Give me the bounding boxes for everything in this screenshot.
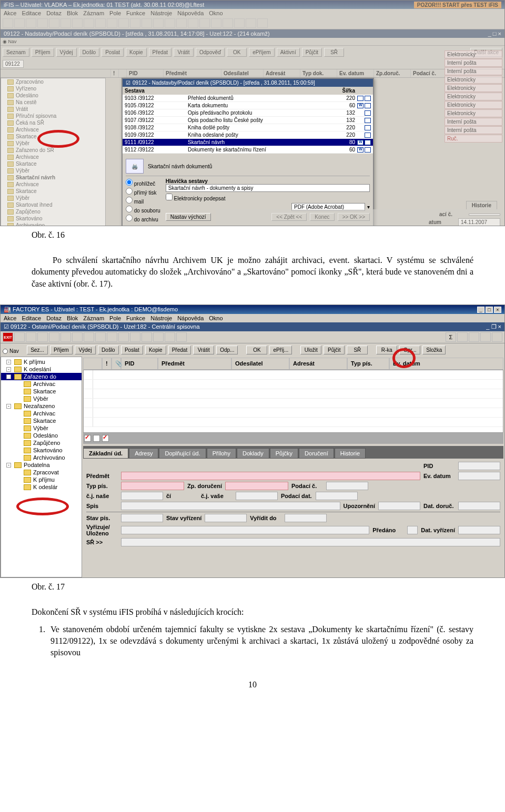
tree-node[interactable]: Zařazeno do SŘ (1, 147, 105, 154)
tree-node[interactable]: Skartace (1, 388, 82, 395)
stavvyriz-field[interactable] (205, 514, 247, 522)
tab-doklady[interactable]: Doklady (237, 448, 269, 459)
tab-doplnujici[interactable]: Doplňující úd. (159, 448, 206, 459)
tab-adresy[interactable]: Adresy (129, 448, 158, 459)
eprijem-button[interactable]: ePříjem (249, 48, 274, 57)
tree-node[interactable]: -K příjmu (1, 358, 82, 366)
tree-node[interactable]: Výběr (1, 195, 105, 201)
tree-node[interactable]: -K odeslání (1, 366, 82, 373)
evdatum-field[interactable] (458, 472, 500, 480)
tree-node[interactable]: Výběr (1, 424, 82, 432)
tab-prilohy[interactable]: Přílohy (207, 448, 236, 459)
report-list[interactable]: 9103 /39122Přehled dokumentů2209105 /391… (123, 95, 373, 154)
seznam-button[interactable]: Seznam (3, 48, 29, 57)
tree-node[interactable]: Archivace (1, 126, 105, 133)
tree-node[interactable]: Archivac (1, 380, 82, 388)
tree-node[interactable]: Skartovat ihned (1, 201, 105, 208)
tree-node[interactable]: Výběr (1, 167, 105, 174)
upozorneni-field[interactable] (378, 502, 420, 510)
vyridit-field[interactable] (285, 514, 327, 522)
tree-node[interactable]: Archivace (1, 154, 105, 160)
predmet-field[interactable] (121, 472, 420, 480)
pid-field[interactable] (458, 462, 500, 470)
tree-node[interactable]: Zapůjčeno (1, 208, 105, 215)
tree-node[interactable]: Skartace (1, 133, 105, 140)
tree-node[interactable]: Archivace (1, 181, 105, 188)
report-row[interactable]: 9106 /39122Opis předávacího protokolu132 (123, 109, 373, 117)
nav-radio[interactable]: ◉ Nav (3, 39, 17, 44)
report-row[interactable]: 9105 /39122Karta dokumentu60 (123, 102, 373, 109)
minimize-icon[interactable]: _ (477, 307, 484, 313)
tree-node[interactable]: K příjmu (1, 476, 82, 483)
sign-checkbox[interactable] (166, 194, 173, 200)
tree-node[interactable]: Vrátit (1, 106, 105, 113)
tree-node[interactable]: Výběr (1, 395, 82, 402)
tree-node[interactable]: -Podatelna (1, 461, 82, 469)
tree-node[interactable]: -Nezařazeno (1, 402, 82, 410)
poslat-button[interactable]: Poslat (102, 48, 124, 57)
opt-prohlizec[interactable] (126, 179, 133, 186)
report-row[interactable]: 9112 /39122Dokumenty ke skartačnímu říze… (123, 146, 373, 154)
tree-node[interactable]: Skartováno (1, 215, 105, 222)
podacidat-field[interactable] (316, 492, 358, 500)
tab-historie[interactable]: Historie (335, 448, 366, 459)
tree-node[interactable]: -Zařazeno do (1, 373, 82, 380)
datvyriz-field[interactable] (458, 526, 500, 534)
cjnase-field[interactable] (121, 492, 163, 500)
tree-node[interactable]: Skartace (1, 417, 82, 424)
slozka-button[interactable]: Složka (422, 346, 446, 354)
sigma-icon[interactable]: Σ (446, 332, 456, 342)
tree-node[interactable]: Zpracováno (1, 78, 105, 85)
odpoved-button[interactable]: Odpověď (196, 48, 225, 57)
hdr-value[interactable]: Skartační návrh - dokumenty a spisy (166, 184, 370, 192)
tree-node[interactable]: Zapůjčeno (1, 439, 82, 446)
main-menu[interactable]: AkceEditaceDotazBlokZáznamPoleFunkceNást… (1, 9, 504, 17)
sez-button[interactable]: Sez... (27, 346, 48, 354)
report-row[interactable]: 9107 /39122Opis podacího listu České poš… (123, 117, 373, 124)
eprij-button[interactable]: ePříj... (269, 346, 292, 354)
ok-button[interactable]: OK (227, 48, 247, 57)
report-row[interactable]: 9103 /39122Přehled dokumentů220 (123, 95, 373, 102)
poslat-button[interactable]: Poslat (121, 346, 143, 354)
ulozit-button[interactable]: Uložit (300, 346, 321, 354)
tab-doruceni[interactable]: Doručení (299, 448, 334, 459)
tree-node[interactable]: K odeslár (1, 483, 82, 491)
opr-button[interactable]: Opr... (399, 346, 420, 354)
default-button[interactable]: Nastav výchozí (166, 213, 211, 221)
folder-tree[interactable]: ZpracovánoVyřízenoOdeslánoNa cestěVrátit… (1, 78, 106, 226)
exit-button[interactable]: EXIT (3, 332, 13, 342)
maximize-icon[interactable]: □ (486, 307, 493, 313)
doslo-button[interactable]: Došlo (79, 48, 100, 57)
prijem-button[interactable]: Příjem (32, 48, 54, 57)
data-grid[interactable] (83, 370, 503, 433)
tab-zakladni[interactable]: Základní úd. (83, 448, 128, 459)
predat-button[interactable]: Předat (168, 346, 191, 354)
tree-node[interactable]: Příruční spisovna (1, 113, 105, 119)
tree-node[interactable]: Odesláno (1, 92, 105, 99)
podacic-field[interactable] (326, 482, 368, 490)
prijem-button[interactable]: Příjem (50, 346, 73, 354)
cjvase-field[interactable] (236, 492, 278, 500)
kopie-button[interactable]: Kopie (145, 346, 166, 354)
main-menu-2[interactable]: AkceEditaceDotazBlokZáznamPoleFunkceNást… (1, 314, 504, 322)
toolbar-icon[interactable] (14, 332, 25, 342)
code-field[interactable]: 09122 (3, 60, 24, 68)
tree-node[interactable]: Archivováno (1, 222, 105, 226)
opt-primy-tisk[interactable] (126, 188, 133, 195)
tree-node[interactable]: Archivováno (1, 454, 82, 461)
aktivni-button[interactable]: Aktivní (277, 48, 300, 57)
check-2[interactable] (93, 435, 100, 442)
sr-button[interactable]: SŘ (347, 346, 368, 354)
tree-node[interactable]: Čeká na SŘ (1, 119, 105, 126)
kopie-button[interactable]: Kopie (126, 48, 147, 57)
vratit-button[interactable]: Vrátit (193, 346, 214, 354)
tab-historie[interactable]: Historie (466, 201, 497, 209)
opt-mail[interactable] (126, 197, 133, 204)
tree-node[interactable]: Archivac (1, 410, 82, 417)
tab-pujcky[interactable]: Půjčky (270, 448, 298, 459)
predat-button[interactable]: Předat (149, 48, 171, 57)
tree-node[interactable]: Vyřízeno (1, 85, 105, 92)
output-options[interactable]: prohlížeč přímý tisk mail do souboru do … (126, 178, 160, 223)
rka-button[interactable]: R-ka (376, 346, 397, 354)
opt-soubor[interactable] (126, 206, 133, 212)
